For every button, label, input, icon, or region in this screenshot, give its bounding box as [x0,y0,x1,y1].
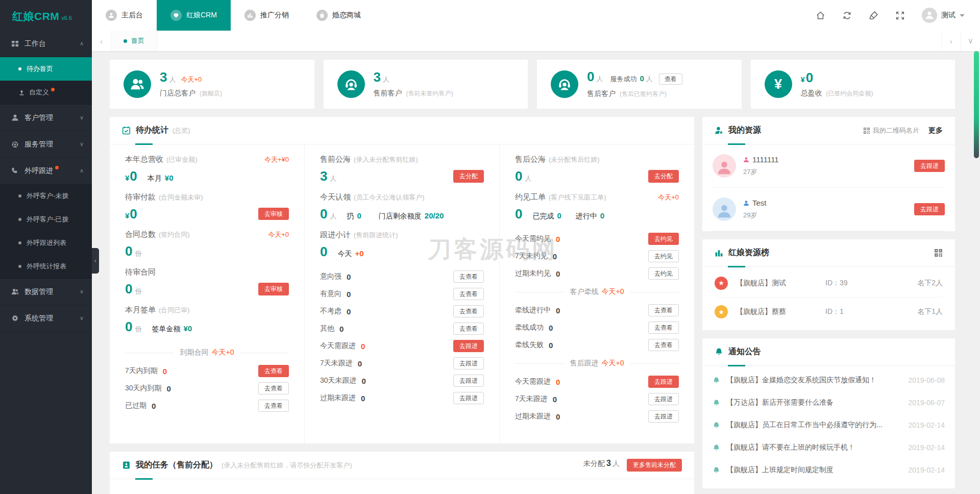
go-review-button[interactable]: 去审核 [258,283,289,295]
tab-promotion[interactable]: 推广分销 [231,0,303,31]
tab-home-label: 首页 [131,36,144,45]
sub-item-label: 自定义 [29,88,49,97]
clear-cache-brush-icon[interactable] [869,11,878,20]
go-view-button[interactable]: 去查看 [453,305,484,317]
go-view-button[interactable]: 去查看 [648,304,679,316]
sub-item-label: 待办首页 [27,64,53,73]
go-followup-button[interactable]: 去跟进 [453,340,484,352]
todo-stats-panel: 待办统计 (总览) 本年总营收(已审金额)今天+¥0 ¥0本月¥0 待审付款(合… [110,117,694,443]
sidebar-item-customers[interactable]: 客户管理 ∨ [0,105,92,131]
go-followup-button[interactable]: 去跟进 [914,160,945,172]
panel-header: 红娘资源榜 [702,239,955,267]
sidebar-item-outbound-undialed[interactable]: 外呼客户-未拨 [0,184,92,208]
go-followup-button[interactable]: 去跟进 [453,375,484,387]
ranking-row: ★ 【旗舰店】测试 ID：39 名下2人 [715,269,943,298]
sidebar-item-workbench[interactable]: 工作台 ∧ [0,31,92,57]
user-menu[interactable]: 测试 [922,8,965,23]
panel-header: 我的资源 我的二维码名片 更多 [702,117,955,144]
resource-age: 29岁 [743,211,767,220]
notice-item[interactable]: 【旗舰店】员工在日常工作当中必须遵守的行为... 2019-02-14 [713,414,945,436]
go-view-button[interactable]: 去查看 [648,339,679,351]
go-assign-button[interactable]: 去分配 [453,170,484,182]
go-followup-button[interactable]: 去跟进 [648,393,679,405]
sidebar-item-label: 工作台 [24,39,46,48]
refresh-icon[interactable] [842,11,852,20]
tab-scroll-right[interactable]: › [941,31,961,51]
sidebar-item-data[interactable]: 数据管理 ∨ [0,279,92,305]
tab-scroll-left[interactable]: ‹ [92,31,111,51]
notice-text: 【旗舰店】金媒婚恋交友系统国庆节放假通知！ [726,376,903,385]
go-meet-button[interactable]: 去约见 [648,233,679,245]
todo-col-contracts: 本年总营收(已审金额)今天+¥0 ¥0本月¥0 待审付款(合同金额未审) ¥0去… [110,144,305,443]
qr-icon[interactable] [934,249,943,257]
bell-icon [713,444,720,452]
notice-item[interactable]: 【旗舰店】上班规定时间规定制度 2019-02-14 [713,459,945,481]
go-view-button[interactable]: 去查看 [453,270,484,283]
sidebar-item-custom[interactable]: 自定义 [0,81,92,104]
page-tabbar: ‹ 首页 › ∨ [92,31,980,51]
sidebar-item-outbound-dialed[interactable]: 外呼客户-已拨 [0,208,92,231]
go-followup-button[interactable]: 去跟进 [453,392,484,404]
go-view-button[interactable]: 去查看 [258,365,289,377]
bell-icon [713,399,720,407]
go-view-button[interactable]: 去查看 [258,400,289,412]
todo-row: 7天未约见0去约见 [515,248,679,265]
sidebar-item-outbound[interactable]: 外呼跟进 ∧ [0,158,92,184]
heart-icon [170,10,182,21]
notice-item[interactable]: 【万达店】新店开张需要什么准备 2019-06-07 [713,391,945,414]
stat-block-followup-subtotal: 跟进小计(售前跟进统计) 0今天+0 [320,230,484,259]
my-qr-card-link[interactable]: 我的二维码名片 [863,126,919,135]
todo-col-aftersale: 售后公海(未分配售后红娘) 0人去分配 约见工单(客户线下见面工单)今天+0 0… [500,144,694,443]
go-meet-button[interactable]: 去约见 [648,267,679,280]
sidebar-item-todo-home[interactable]: 待办首页 [0,57,92,81]
stat-label: 总盈收 [801,89,822,97]
go-view-button[interactable]: 去查看 [258,382,289,394]
chevron-down-icon [960,14,965,19]
sidebar-collapse-handle[interactable]: ‹ [92,248,99,274]
tab-matchmaker-crm[interactable]: 红娘CRM [157,0,231,31]
go-view-button[interactable]: 去查看 [453,288,484,300]
sidebar-item-outbound-followups[interactable]: 外呼跟进列表 [0,231,92,255]
tab-options-dropdown[interactable]: ∨ [961,31,980,51]
bullet-icon [18,265,21,268]
tasks-summary: 未分配 3 人 更多售前未分配 [583,459,682,471]
go-followup-button[interactable]: 去跟进 [453,357,484,369]
sidebar-item-services[interactable]: 服务管理 ∨ [0,131,92,158]
bullet-icon [18,218,21,221]
go-view-button[interactable]: 去查看 [648,322,679,334]
stat-card-store-customers: 3 人 今天+0 门店总客户 (旗舰店) [110,60,314,109]
tab-main-backend[interactable]: 主后台 [92,0,157,31]
tab-label: 推广分销 [260,11,289,20]
sidebar-item-system[interactable]: 系统管理 ∨ [0,305,92,332]
go-followup-button[interactable]: 去跟进 [648,410,679,423]
go-meet-button[interactable]: 去约见 [648,250,679,262]
fullscreen-icon[interactable] [895,11,905,20]
ranking-name: 【旗舰店】测试 [736,279,825,288]
todo-row: 意向强0去查看 [320,268,484,285]
go-followup-button[interactable]: 去跟进 [914,203,945,215]
tab-marriage-mall[interactable]: 婚恋商城 [303,0,375,31]
go-review-button[interactable]: 去审核 [258,208,289,220]
scrollbar-thumb[interactable] [974,51,979,158]
gear-icon [11,314,19,322]
notice-item[interactable]: 【旗舰店】金媒婚恋交友系统国庆节放假通知！ 2019-06-08 [713,369,945,391]
stat-label: 售后客户 [587,89,616,97]
more-unassigned-button[interactable]: 更多售前未分配 [627,459,682,471]
more-link[interactable]: 更多 [928,126,943,135]
go-assign-button[interactable]: 去分配 [648,170,679,182]
avatar-male [713,197,736,221]
notice-item[interactable]: 【旗舰店】请不要在上班的时候玩手机！ 2019-02-14 [713,436,945,459]
go-view-button[interactable]: 去查看 [453,323,484,335]
task-badge-icon [122,461,131,470]
title-underline [135,143,153,145]
view-button[interactable]: 查看 [659,73,682,85]
headset-icon [337,70,365,98]
stat-value: 3 [160,70,167,84]
home-icon[interactable] [816,11,825,20]
sidebar-item-outbound-reports[interactable]: 外呼统计报表 [0,255,92,278]
notice-text: 【旗舰店】请不要在上班的时候玩手机！ [726,443,903,452]
todo-row: 30天未跟进0去跟进 [320,372,484,389]
tab-home[interactable]: 首页 [111,31,157,51]
notices-panel: 通知公告 【旗舰店】金媒婚恋交友系统国庆节放假通知！ 2019-06-08 【万… [702,338,955,488]
go-followup-button[interactable]: 去跟进 [648,376,679,388]
